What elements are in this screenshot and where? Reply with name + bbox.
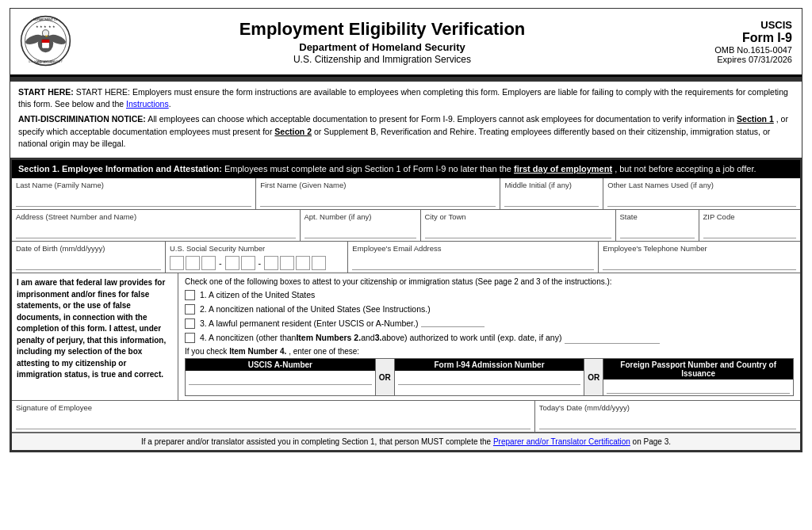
or-divider-1: OR — [376, 359, 395, 395]
apt-label: Apt. Number (if any) — [304, 212, 416, 221]
start-here-label: START HERE: — [18, 87, 76, 97]
svg-rect-6 — [42, 40, 50, 43]
item3-text: 3. A lawful permanent resident (Enter US… — [200, 318, 418, 330]
checkbox-1[interactable] — [185, 290, 195, 300]
item3-input[interactable] — [421, 318, 485, 327]
footer-end: on Page 3. — [633, 437, 671, 446]
item4-text-pre: 4. A noncitizen (other than — [200, 332, 296, 344]
email-input[interactable] — [352, 254, 594, 270]
attestation-left: I am aware that federal law provides for… — [12, 273, 178, 400]
footer-text: If a preparer and/or translator assisted… — [141, 437, 493, 446]
section1-wrapper: Section 1. Employee Information and Atte… — [10, 158, 802, 452]
dob-label: Date of Birth (mm/dd/yyyy) — [16, 244, 161, 253]
state-input[interactable] — [620, 223, 695, 238]
checkbox-2[interactable] — [185, 304, 195, 315]
address-row: Address (Street Number and Name) Apt. Nu… — [12, 210, 800, 242]
i94-input[interactable] — [398, 372, 581, 385]
sig-cell: Signature of Employee — [12, 401, 535, 432]
email-label: Employee's Email Address — [352, 244, 594, 253]
section1-title: Section 1. Employee Information and Atte… — [18, 164, 222, 173]
city-input[interactable] — [425, 223, 611, 238]
form-title: Employment Eligibility Verification — [75, 19, 689, 40]
first-name-input[interactable] — [260, 191, 496, 207]
expiry-date: Expires 07/31/2026 — [689, 55, 792, 64]
last-name-input[interactable] — [16, 191, 251, 207]
state-label: State — [620, 212, 695, 221]
form-subtitle: Department of Homeland Security — [75, 41, 689, 53]
attestation-row: I am aware that federal law provides for… — [12, 273, 800, 401]
form-agency: U.S. Citizenship and Immigration Service… — [75, 54, 689, 65]
middle-initial-label: Middle Initial (if any) — [504, 181, 599, 189]
uscis-cell: USCIS A-Number — [186, 359, 376, 395]
middle-initial-input[interactable] — [504, 191, 599, 207]
start-here-notice: START HERE: START HERE: Employers must e… — [18, 86, 794, 110]
address-cell: Address (Street Number and Name) — [12, 210, 301, 241]
check-item-4: 4. A noncitizen (other than Item Numbers… — [185, 332, 794, 345]
check-item-2: 2. A noncitizen national of the United S… — [185, 303, 794, 315]
dob-cell: Date of Birth (mm/dd/yyyy) — [12, 242, 166, 273]
other-names-cell: Other Last Names Used (if any) — [603, 178, 800, 209]
email-cell: Employee's Email Address — [348, 242, 599, 273]
i94-cell: Form I-94 Admission Number — [395, 359, 585, 395]
sig-input[interactable] — [16, 414, 530, 429]
section1-ref: Section 1 — [737, 114, 774, 124]
section1-header: Section 1. Employee Information and Atte… — [12, 160, 800, 178]
ssn-box-4[interactable] — [225, 256, 239, 270]
date-cell: Today's Date (mm/dd/yyyy) — [535, 401, 800, 432]
omb-number: OMB No.1615-0047 — [689, 45, 792, 55]
check-item-3: 3. A lawful permanent resident (Enter US… — [185, 318, 794, 330]
ssn-box-9[interactable] — [312, 256, 326, 270]
checkbox-4[interactable] — [185, 333, 195, 343]
apt-input[interactable] — [304, 223, 416, 238]
ssn-box-6[interactable] — [264, 256, 278, 270]
zip-cell: ZIP Code — [699, 210, 801, 241]
i94-label: Form I-94 Admission Number — [395, 359, 584, 371]
dob-ssn-row: Date of Birth (mm/dd/yyyy) U.S. Social S… — [12, 242, 800, 273]
uscis-input[interactable] — [189, 372, 372, 385]
date-input[interactable] — [539, 414, 796, 429]
form-id: Form I-9 — [689, 31, 792, 45]
city-label: City or Town — [425, 212, 611, 221]
zip-input[interactable] — [703, 223, 797, 238]
form-number-block: USCIS Form I-9 OMB No.1615-0047 Expires … — [689, 19, 792, 64]
preparer-cert-link[interactable]: Preparer and/or Translator Certification — [493, 437, 630, 446]
dob-input[interactable] — [16, 254, 161, 270]
if-check-4-label: If you check Item Number 4. , enter one … — [185, 347, 794, 356]
city-cell: City or Town — [421, 210, 616, 241]
ssn-box-1[interactable] — [170, 256, 184, 270]
header-center: Employment Eligibility Verification Depa… — [75, 19, 689, 65]
state-cell: State — [616, 210, 699, 241]
item4-end: above) authorized to work until (exp. da… — [381, 332, 561, 344]
section2-ref: Section 2 — [274, 127, 312, 136]
anti-disc-label: ANTI-DISCRIMINATION NOTICE: — [18, 114, 146, 124]
notices-section: START HERE: START HERE: Employers must e… — [10, 82, 802, 158]
ssn-boxes: - - — [170, 256, 343, 270]
anti-disc-text1: All employees can choose which acceptabl… — [147, 114, 737, 124]
ssn-box-2[interactable] — [186, 256, 200, 270]
foreign-passport-input[interactable] — [607, 381, 790, 394]
first-name-label: First Name (Given Name) — [260, 181, 496, 189]
ssn-box-3[interactable] — [201, 256, 216, 270]
ssn-box-7[interactable] — [280, 256, 294, 270]
sig-label: Signature of Employee — [16, 403, 530, 412]
ssn-box-8[interactable] — [296, 256, 310, 270]
instructions-link[interactable]: Instructions — [126, 99, 169, 109]
phone-input[interactable] — [603, 254, 796, 270]
attestation-text: I am aware that federal law provides for… — [17, 278, 166, 379]
uscis-label: USCIS A-Number — [186, 359, 375, 371]
address-input[interactable] — [16, 223, 296, 238]
svg-text:U.S. HOMELAND SECURITY: U.S. HOMELAND SECURITY — [29, 60, 63, 63]
ssn-cell: U.S. Social Security Number - - — [166, 242, 348, 273]
phone-cell: Employee's Telephone Number — [599, 242, 800, 273]
check-title: Check one of the following boxes to atte… — [185, 277, 794, 286]
foreign-passport-cell: Foreign Passport Number and Country of I… — [603, 359, 793, 395]
item1-text: 1. A citizen of the United States — [200, 289, 315, 301]
other-names-input[interactable] — [607, 191, 796, 207]
section1-footer: If a preparer and/or translator assisted… — [12, 433, 800, 450]
form-page: ★ ★ ★ ★ ★ LAND SECURITY DEPARTMENT OF U.… — [10, 8, 802, 452]
checkbox-3[interactable] — [185, 318, 195, 329]
middle-initial-cell: Middle Initial (if any) — [500, 178, 603, 209]
first-name-cell: First Name (Given Name) — [256, 178, 500, 209]
ssn-box-5[interactable] — [241, 256, 255, 270]
item4-bold1: Item Numbers 2. — [296, 332, 361, 344]
